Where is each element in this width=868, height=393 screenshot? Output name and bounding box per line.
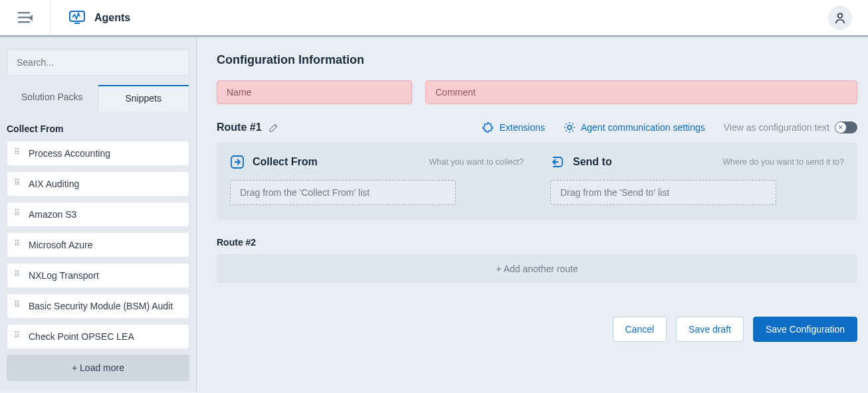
menu-icon (18, 12, 33, 24)
svg-rect-1 (18, 17, 30, 18)
list-item[interactable]: AIX Auditing (7, 171, 189, 196)
send-title: Send to (573, 156, 612, 168)
menu-button[interactable] (0, 0, 51, 35)
drag-handle-icon (15, 211, 22, 218)
gear-icon (564, 121, 576, 133)
svg-rect-0 (18, 12, 30, 13)
drag-handle-icon (15, 242, 22, 248)
list-item-label: Amazon S3 (29, 209, 76, 220)
collect-dropzone[interactable]: Drag from the 'Collect From' list (230, 180, 456, 205)
list-item-label: AIX Auditing (29, 179, 79, 189)
route2-title: Route #2 (217, 237, 857, 248)
load-more-button[interactable]: + Load more (7, 354, 189, 381)
svg-point-7 (568, 125, 572, 129)
agent-comm-label: Agent communication settings (581, 122, 705, 133)
list-item[interactable]: Process Accounting (7, 141, 189, 166)
save-draft-button[interactable]: Save draft (676, 317, 744, 342)
view-as-label: View as configuration text (724, 122, 829, 133)
extensions-link[interactable]: Extensions (482, 121, 544, 133)
list-item[interactable]: Basic Security Module (BSM) Audit (7, 293, 189, 319)
name-input[interactable] (217, 80, 412, 104)
app-header: Agents (0, 0, 868, 37)
extensions-label: Extensions (499, 122, 544, 133)
cancel-button[interactable]: Cancel (613, 317, 667, 342)
collect-from-label: Collect From (0, 112, 196, 141)
list-item-label: NXLog Transport (29, 270, 99, 281)
route1-box: Collect From What you want to collect? D… (217, 143, 857, 220)
main-panel: Configuration Information Route #1 Exten… (197, 37, 868, 391)
collect-from-list: Process Accounting AIX Auditing Amazon S… (0, 141, 196, 349)
list-item-label: Check Point OPSEC LEA (29, 331, 134, 342)
agent-comm-link[interactable]: Agent communication settings (564, 121, 705, 133)
list-item[interactable]: NXLog Transport (7, 263, 189, 288)
config-title: Configuration Information (217, 53, 857, 67)
drag-handle-icon (15, 333, 22, 340)
svg-marker-3 (29, 15, 33, 21)
view-as-toggle[interactable] (835, 121, 857, 133)
send-dropzone[interactable]: Drag from the 'Send to' list (550, 180, 776, 205)
tab-snippets[interactable]: Snippets (98, 85, 190, 112)
add-route-button[interactable]: + Add another route (217, 254, 857, 283)
drag-handle-icon (15, 303, 22, 309)
comment-input[interactable] (425, 80, 857, 104)
drag-handle-icon (15, 272, 22, 279)
collect-title: Collect From (253, 156, 318, 168)
collect-sub: What you want to collect? (429, 157, 524, 167)
puzzle-icon (482, 121, 494, 133)
collect-icon (230, 155, 245, 169)
list-item[interactable]: Check Point OPSEC LEA (7, 324, 189, 349)
drag-handle-icon (15, 150, 22, 157)
search-input[interactable] (7, 49, 189, 76)
agents-icon (69, 11, 85, 25)
list-item[interactable]: Amazon S3 (7, 202, 189, 227)
avatar[interactable] (828, 6, 852, 30)
drag-handle-icon (15, 181, 22, 187)
save-config-button[interactable]: Save Configuration (753, 317, 857, 342)
svg-point-6 (838, 13, 843, 18)
list-item-label: Basic Security Module (BSM) Audit (29, 301, 173, 311)
user-icon (834, 12, 846, 24)
send-icon (550, 155, 565, 169)
page-title: Agents (94, 12, 130, 24)
tab-solution-packs[interactable]: Solution Packs (7, 85, 98, 112)
list-item[interactable]: Microsoft Azure (7, 232, 189, 258)
list-item-label: Microsoft Azure (29, 240, 92, 250)
edit-route-icon[interactable] (269, 122, 279, 133)
svg-rect-2 (18, 21, 30, 23)
svg-rect-5 (74, 23, 80, 24)
sidebar: Solution Packs Snippets Collect From Pro… (0, 37, 197, 391)
send-sub: Where do you want to send it to? (722, 157, 844, 167)
list-item-label: Process Accounting (29, 148, 110, 159)
route1-title: Route #1 (217, 121, 262, 133)
